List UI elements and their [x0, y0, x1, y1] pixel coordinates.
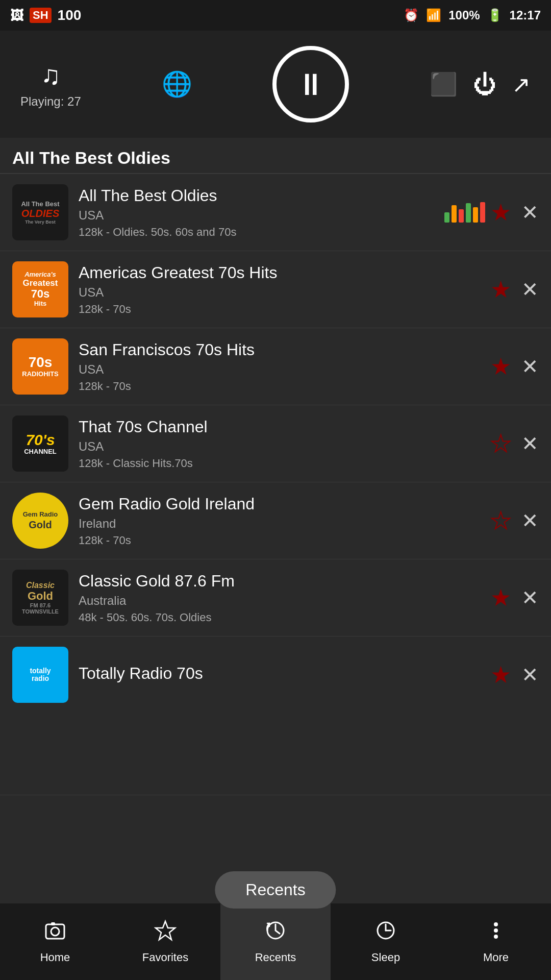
station-info-4: That 70s Channel USA 128k - Classic Hits… — [68, 418, 485, 470]
favorite-button-3[interactable]: ★ — [490, 353, 511, 380]
station-name-2: Americas Greatest 70s Hits — [79, 263, 475, 282]
remove-button-5[interactable]: ✕ — [521, 509, 539, 532]
recents-tooltip: Recents — [215, 871, 336, 909]
recents-tooltip-label: Recents — [245, 880, 305, 899]
svg-rect-2 — [51, 922, 55, 925]
station-actions-3: ★ ✕ — [490, 353, 539, 380]
station-actions-1: ★ ✕ — [490, 199, 539, 226]
station-actions-5: ★ ✕ — [490, 507, 539, 534]
station-country-4: USA — [79, 439, 475, 454]
favorite-button-4[interactable]: ★ — [490, 430, 511, 457]
star-nav-icon — [154, 919, 177, 947]
station-logo-5: Gem Radio Gold — [12, 493, 68, 549]
station-details-4: 128k - Classic Hits.70s — [79, 457, 475, 470]
station-details-5: 128k - 70s — [79, 534, 475, 547]
station-logo-1: All The Best OLDIES The Very Best — [12, 184, 68, 240]
station-details-1: 128k - Oldies. 50s. 60s and 70s — [79, 226, 429, 239]
station-info-7: Totally Radio 70s — [68, 664, 485, 686]
power-button[interactable]: ⏻ — [473, 70, 496, 98]
nav-label-favorites: Favorites — [142, 951, 188, 964]
pause-button[interactable]: ⏸ — [272, 46, 349, 122]
share-button[interactable]: ↗ — [512, 71, 531, 97]
player-controls-row: ♫ Playing: 27 🌐 ⏸ ⬛ ⏻ ↗ — [20, 46, 531, 122]
radio-icon: SH — [30, 8, 52, 23]
table-row[interactable]: America's Greatest 70s Hits Americas Gre… — [0, 251, 551, 328]
nav-item-sleep[interactable]: Sleep — [331, 903, 441, 980]
pause-icon: ⏸ — [295, 67, 326, 102]
home-icon — [44, 919, 66, 947]
nav-item-recents[interactable]: Recents — [220, 903, 331, 980]
more-nav-icon — [485, 919, 507, 947]
photo-icon: 🖼 — [10, 8, 23, 23]
remove-button-6[interactable]: ✕ — [521, 586, 539, 609]
table-row[interactable]: All The Best OLDIES The Very Best All Th… — [0, 174, 551, 251]
table-row[interactable]: Gem Radio Gold Gem Radio Gold Ireland Ir… — [0, 482, 551, 559]
status-bar: 🖼 SH 100 ⏰ 📶 100% 🔋 12:17 — [0, 0, 551, 31]
nav-label-home: Home — [40, 951, 70, 964]
table-row[interactable]: 70s RADIOHITS San Franciscos 70s Hits US… — [0, 328, 551, 405]
favorite-button-5[interactable]: ★ — [490, 507, 511, 534]
nav-label-recents: Recents — [255, 951, 296, 964]
station-logo-6: Classic Gold FM 87.6 TOWNSVILLE — [12, 570, 68, 626]
station-details-2: 128k - 70s — [79, 303, 475, 316]
station-name-6: Classic Gold 87.6 Fm — [79, 572, 475, 591]
player-left-section: ♫ Playing: 27 — [20, 60, 81, 109]
svg-point-9 — [494, 928, 498, 933]
station-country-6: Australia — [79, 594, 475, 608]
station-logo-2: America's Greatest 70s Hits — [12, 261, 68, 317]
remove-button-3[interactable]: ✕ — [521, 355, 539, 378]
station-name-4: That 70s Channel — [79, 418, 475, 436]
sleep-nav-icon — [374, 919, 397, 947]
table-row[interactable]: totallyradio Totally Radio 70s ★ ✕ — [0, 636, 551, 795]
equalizer — [444, 202, 485, 223]
favorite-button-6[interactable]: ★ — [490, 584, 511, 611]
battery-text: 100% — [448, 8, 480, 22]
battery-icon: 🔋 — [487, 8, 503, 22]
svg-point-10 — [494, 935, 498, 939]
table-row[interactable]: Classic Gold FM 87.6 TOWNSVILLE Classic … — [0, 559, 551, 636]
wifi-icon: 📶 — [426, 8, 441, 22]
music-note-icon: ♫ — [41, 60, 61, 90]
station-logo-3: 70s RADIOHITS — [12, 338, 68, 395]
remove-button-1[interactable]: ✕ — [521, 201, 539, 224]
station-country-2: USA — [79, 285, 475, 300]
station-actions-6: ★ ✕ — [490, 584, 539, 611]
stop-button[interactable]: ⬛ — [430, 71, 458, 97]
status-left: 🖼 SH 100 — [10, 7, 81, 23]
player-header: ♫ Playing: 27 🌐 ⏸ ⬛ ⏻ ↗ — [0, 31, 551, 138]
svg-rect-0 — [46, 924, 64, 939]
remove-button-7[interactable]: ✕ — [521, 663, 539, 687]
nav-item-more[interactable]: More — [441, 903, 551, 980]
svg-point-1 — [51, 927, 59, 936]
nav-item-favorites[interactable]: Favorites — [110, 903, 220, 980]
table-row[interactable]: 70's CHANNEL That 70s Channel USA 128k -… — [0, 405, 551, 482]
station-info-3: San Franciscos 70s Hits USA 128k - 70s — [68, 340, 485, 393]
station-country-3: USA — [79, 362, 475, 377]
nav-label-more: More — [483, 951, 509, 964]
station-actions-7: ★ ✕ — [490, 661, 539, 689]
station-logo-4: 70's CHANNEL — [12, 415, 68, 472]
svg-point-8 — [494, 922, 498, 926]
favorite-button-2[interactable]: ★ — [490, 276, 511, 303]
station-info-6: Classic Gold 87.6 Fm Australia 48k - 50s… — [68, 572, 485, 624]
bottom-nav: Home Favorites Recents — [0, 903, 551, 980]
remove-button-4[interactable]: ✕ — [521, 432, 539, 455]
station-name-3: San Franciscos 70s Hits — [79, 340, 475, 359]
nav-item-home[interactable]: Home — [0, 903, 110, 980]
station-country-1: USA — [79, 208, 429, 223]
station-details-3: 128k - 70s — [79, 380, 475, 393]
station-name-5: Gem Radio Gold Ireland — [79, 495, 475, 513]
player-right-icons: ⬛ ⏻ ↗ — [430, 70, 531, 98]
station-info-1: All The Best Oldies USA 128k - Oldies. 5… — [68, 186, 439, 239]
globe-icon[interactable]: 🌐 — [162, 70, 192, 99]
station-actions-2: ★ ✕ — [490, 276, 539, 303]
nav-label-sleep: Sleep — [371, 951, 400, 964]
station-list: All The Best OLDIES The Very Best All Th… — [0, 174, 551, 795]
favorite-button-7[interactable]: ★ — [490, 661, 511, 689]
remove-button-2[interactable]: ✕ — [521, 278, 539, 301]
station-actions-4: ★ ✕ — [490, 430, 539, 457]
time-display: 12:17 — [510, 8, 541, 22]
favorite-button-1[interactable]: ★ — [490, 199, 511, 226]
station-info-5: Gem Radio Gold Ireland Ireland 128k - 70… — [68, 495, 485, 547]
recents-nav-icon — [264, 919, 287, 947]
